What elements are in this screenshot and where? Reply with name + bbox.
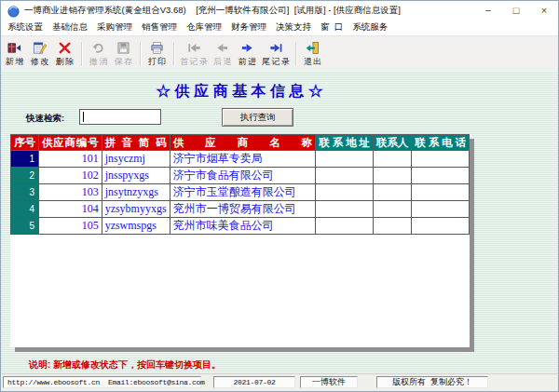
table-row[interactable]: 1101jnsyczmj济宁市烟草专卖局 [11,151,470,168]
cell[interactable]: 济宁市食品有限公司 [170,168,316,184]
add-record-icon [7,41,21,55]
button-label: 打印 [148,56,168,68]
column-header: 序号 [11,135,39,151]
previous-record-button[interactable]: 后退 [210,38,235,70]
menu-item-finance[interactable]: 财务管理 [226,21,271,34]
cell[interactable]: jnsspyxgs [102,168,170,184]
print-button[interactable]: 打印 [144,38,170,70]
first-record-icon [187,41,201,55]
menu-item-sales[interactable]: 销售管理 [137,21,182,34]
exit-button[interactable]: 退出 [300,38,325,70]
cell[interactable]: 101 [39,151,102,168]
minimize-button[interactable]: − [474,1,502,20]
quick-search-label: 快速检索: [26,113,64,125]
exit-icon [306,41,320,55]
row-indicator[interactable]: 4 [11,201,39,218]
statusbar: http://www.eboosoft.cn Email:eboosoft@si… [1,373,558,391]
cell[interactable]: jnsyczmj [102,151,170,168]
new-record-button[interactable]: 新增 [2,38,27,70]
save-icon [116,41,130,55]
next-record-button[interactable]: 前进 [235,38,260,70]
window-title: 一博商业进销存管理系统(黄金组合V3.68) [兖州一博软件有限公司] [试用版… [24,5,401,17]
delete-record-icon [58,41,72,55]
column-header: 拼 音 简 码 [102,135,170,151]
menu-item-system-settings[interactable]: 系统设置 [3,21,48,34]
cell[interactable]: 济宁市玉堂酿造有限公司 [170,184,316,201]
quick-search-input[interactable] [79,109,161,125]
menu-item-decision[interactable]: 决策支持 [271,21,316,34]
status-website-email: http://www.eboosoft.cn Email:eboosoft@si… [3,376,201,388]
delete-record-button[interactable]: 删除 [52,38,77,70]
row-indicator-selected[interactable]: 1 [11,151,39,168]
cell[interactable]: 兖州市味美食品公司 [170,218,316,235]
cell[interactable] [373,184,412,201]
last-record-icon [269,41,283,55]
close-button[interactable]: × [530,1,558,20]
cell[interactable]: yzsybmyyxgs [102,201,170,218]
menu-item-system-service[interactable]: 系统服务 [348,21,392,34]
cell[interactable] [412,201,470,218]
cell[interactable]: 兖州市一博贸易有限公司 [170,201,316,218]
cell[interactable] [316,201,374,218]
cell[interactable]: 济宁市烟草专卖局 [170,151,316,168]
cell[interactable]: 105 [39,218,102,235]
table-row[interactable]: 5105yzswmspgs兖州市味美食品公司 [11,218,470,235]
button-label: 新增 [6,56,25,68]
menubar: 系统设置 基础信息 采购管理 销售管理 仓库管理 财务管理 决策支持 窗 口 系… [1,20,558,35]
cell[interactable] [373,151,412,168]
modify-record-button[interactable]: 修改 [27,38,52,70]
last-record-button[interactable]: 尾记录 [260,38,292,70]
button-label: 后退 [213,56,233,68]
column-header: 联系人 [373,135,412,151]
cell[interactable] [373,218,412,235]
cell[interactable] [412,184,470,201]
row-indicator[interactable]: 5 [11,218,39,235]
button-label: 修改 [31,56,50,68]
button-label: 保存 [115,56,134,68]
status-vendor: 一博软件 [300,376,358,388]
supplier-table: 序号供应商编号拼 音 简 码供 应 商 名 称联 系 地 址联系人联 系 电 话… [10,134,470,235]
titlebar: 一博商业进销存管理系统(黄金组合V3.68) [兖州一博软件有限公司] [试用版… [1,1,558,20]
next-record-icon [240,41,254,55]
app-logo-icon [7,5,20,17]
cell[interactable]: 104 [39,201,102,218]
page-title: ☆ 供 应 商 基 本 信 息 ☆ [8,82,470,101]
table-row[interactable]: 3103jnsytnzyxgs济宁市玉堂酿造有限公司 [11,184,470,201]
save-button[interactable]: 保存 [111,38,136,70]
column-header: 供 应 商 名 称 [170,135,316,151]
first-record-button[interactable]: 首记录 [178,38,210,70]
menu-item-warehouse[interactable]: 仓库管理 [182,21,226,34]
menu-item-basic-info[interactable]: 基础信息 [48,21,92,34]
status-date: 2021-07-02 [213,376,295,388]
cell[interactable]: 103 [39,184,102,201]
cell[interactable] [316,184,374,201]
cell[interactable]: yzswmspgs [102,218,170,235]
cell[interactable] [412,168,470,184]
button-label: 尾记录 [262,56,292,68]
status-copyright: 版权所有 复制必究！ [376,376,488,388]
execute-query-button[interactable]: 执行查询 [222,108,293,127]
row-indicator[interactable]: 2 [11,168,39,184]
cell[interactable] [316,218,374,235]
text-caret [83,112,84,122]
cell[interactable] [412,218,470,235]
cell[interactable] [316,168,374,184]
menu-item-purchase[interactable]: 采购管理 [92,21,137,34]
previous-record-icon [215,41,229,55]
button-label: 退出 [304,56,323,68]
button-label: 撤消 [89,56,109,68]
cell[interactable] [373,168,412,184]
cell[interactable]: 102 [39,168,102,184]
table-row[interactable]: 4104yzsybmyyxgs兖州市一博贸易有限公司 [11,201,470,218]
edit-record-icon [33,41,47,55]
table-row[interactable]: 2102jnsspyxgs济宁市食品有限公司 [11,168,470,184]
cell[interactable]: jnsytnzyxgs [102,184,170,201]
maximize-button[interactable]: □ [502,1,530,20]
cell[interactable] [316,151,374,168]
button-label: 首记录 [180,56,210,68]
row-indicator[interactable]: 3 [11,184,39,201]
menu-item-window[interactable]: 窗 口 [316,21,348,34]
cell[interactable] [412,151,470,168]
cell[interactable] [373,201,412,218]
undo-button[interactable]: 撤消 [86,38,111,70]
